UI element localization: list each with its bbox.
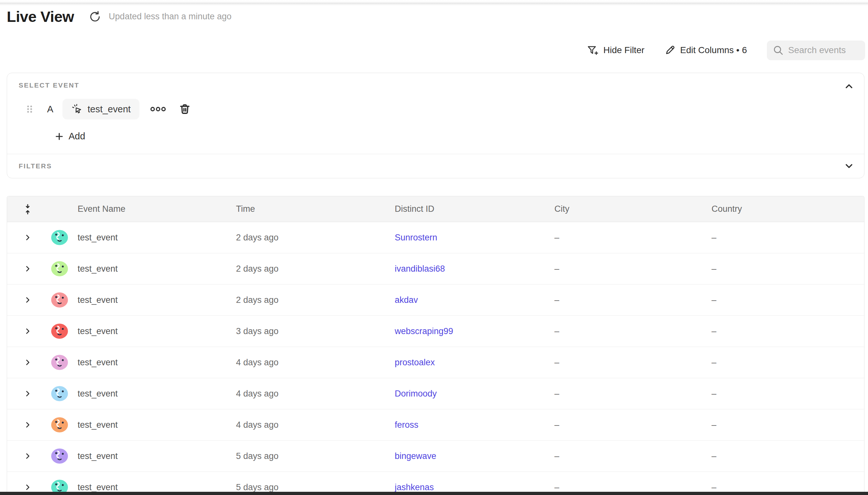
expand-row-icon[interactable] xyxy=(23,389,32,398)
time-cell: 4 days ago xyxy=(229,420,388,430)
table-row[interactable]: test_event 2 days ago akdav – – xyxy=(7,285,864,316)
country-cell: – xyxy=(705,389,864,399)
distinct-id-link[interactable]: prostoalex xyxy=(395,358,435,367)
collapse-rows-button[interactable] xyxy=(23,203,33,215)
table-row[interactable]: test_event 3 days ago webscraping99 – – xyxy=(7,316,864,347)
country-cell: – xyxy=(705,358,864,368)
page-header: Live View Updated less than a minute ago xyxy=(7,8,232,25)
distinct-id-link[interactable]: Sunrostern xyxy=(395,233,437,242)
delete-event-button[interactable] xyxy=(179,103,191,115)
expand-row-icon[interactable] xyxy=(23,483,32,492)
hide-filter-label: Hide Filter xyxy=(603,45,645,55)
table-row[interactable]: test_event 4 days ago Dorimoody – – xyxy=(7,378,864,409)
event-name-cell: test_event xyxy=(71,233,229,243)
expand-row-icon[interactable] xyxy=(23,327,32,335)
expand-row-icon[interactable] xyxy=(23,452,32,460)
click-cursor-icon xyxy=(71,103,83,115)
event-name-cell: test_event xyxy=(71,358,229,368)
expand-row-icon[interactable] xyxy=(23,358,32,366)
expand-filters-button[interactable] xyxy=(844,160,854,172)
collapse-section-button[interactable] xyxy=(844,81,854,92)
expand-row-icon[interactable] xyxy=(23,421,32,429)
select-event-label: SELECT EVENT xyxy=(19,82,864,89)
country-cell: – xyxy=(705,451,864,461)
event-row: A test_event xyxy=(7,99,864,119)
distinct-id-link[interactable]: akdav xyxy=(395,295,418,305)
country-cell: – xyxy=(705,264,864,274)
add-event-button[interactable]: Add xyxy=(54,131,85,142)
avatar xyxy=(51,322,69,340)
event-options-button[interactable] xyxy=(150,106,167,113)
filters-label: FILTERS xyxy=(19,162,52,170)
country-cell: – xyxy=(705,233,864,243)
time-cell: 2 days ago xyxy=(229,233,388,243)
toolbar: Hide Filter Edit Columns • 6 xyxy=(587,40,865,60)
event-name-cell: test_event xyxy=(71,420,229,430)
country-cell: – xyxy=(705,295,864,305)
distinct-id-link[interactable]: Dorimoody xyxy=(395,389,437,398)
event-name-cell: test_event xyxy=(71,295,229,305)
table-row[interactable]: test_event 2 days ago Sunrostern – – xyxy=(7,222,864,253)
collapse-rows-icon xyxy=(23,203,33,215)
filter-plus-icon xyxy=(587,45,598,56)
ellipsis-icon xyxy=(150,106,167,113)
avatar xyxy=(51,260,69,278)
table-row[interactable]: test_event 5 days ago bingewave – – xyxy=(7,441,864,472)
city-cell: – xyxy=(548,326,705,336)
edit-columns-label: Edit Columns • 6 xyxy=(680,45,747,55)
time-cell: 4 days ago xyxy=(229,389,388,399)
avatar xyxy=(51,353,69,371)
live-view-page: Live View Updated less than a minute ago… xyxy=(0,0,868,495)
time-cell: 5 days ago xyxy=(229,482,388,492)
expand-row-icon[interactable] xyxy=(23,296,32,304)
event-name-cell: test_event xyxy=(71,264,229,274)
expand-row-icon[interactable] xyxy=(23,233,32,242)
distinct-id-link[interactable]: jashkenas xyxy=(395,482,434,492)
event-name-cell: test_event xyxy=(71,389,229,399)
event-name-cell: test_event xyxy=(71,451,229,461)
page-title: Live View xyxy=(7,8,74,25)
top-edge-shadow xyxy=(0,0,868,6)
distinct-id-link[interactable]: feross xyxy=(395,420,419,430)
time-cell: 2 days ago xyxy=(229,295,388,305)
col-header-event-name: Event Name xyxy=(71,204,229,214)
table-row[interactable]: test_event 2 days ago ivandiblasi68 – – xyxy=(7,253,864,285)
col-header-distinct-id: Distinct ID xyxy=(388,204,548,214)
chevron-down-icon xyxy=(844,160,854,172)
drag-handle[interactable] xyxy=(26,104,33,114)
table-header-row: Event Name Time Distinct ID City Country xyxy=(7,196,864,222)
country-cell: – xyxy=(705,420,864,430)
avatar xyxy=(51,447,69,465)
hide-filter-button[interactable]: Hide Filter xyxy=(587,45,645,56)
time-cell: 4 days ago xyxy=(229,358,388,368)
distinct-id-link[interactable]: webscraping99 xyxy=(395,326,453,336)
search-box[interactable] xyxy=(767,40,865,60)
window-bottom-bar xyxy=(0,492,868,495)
col-header-time: Time xyxy=(229,204,388,214)
avatar xyxy=(51,291,69,309)
plus-icon xyxy=(54,131,64,142)
table-row[interactable]: test_event 4 days ago feross – – xyxy=(7,409,864,441)
expand-row-icon[interactable] xyxy=(23,264,32,273)
city-cell: – xyxy=(548,295,705,305)
edit-columns-button[interactable]: Edit Columns • 6 xyxy=(665,45,747,56)
chevron-up-icon xyxy=(844,81,854,92)
avatar xyxy=(51,228,69,246)
time-cell: 5 days ago xyxy=(229,451,388,461)
add-label: Add xyxy=(69,131,85,142)
city-cell: – xyxy=(548,264,705,274)
query-builder-card: SELECT EVENT A xyxy=(7,73,865,178)
table-row[interactable]: test_event 4 days ago prostoalex – – xyxy=(7,347,864,378)
refresh-button[interactable] xyxy=(88,10,102,23)
refresh-icon xyxy=(89,11,101,23)
distinct-id-link[interactable]: ivandiblasi68 xyxy=(395,264,445,274)
distinct-id-link[interactable]: bingewave xyxy=(395,451,436,461)
col-header-country: Country xyxy=(705,204,864,214)
avatar xyxy=(51,385,69,403)
country-cell: – xyxy=(705,482,864,492)
events-table: Event Name Time Distinct ID City Country… xyxy=(7,196,865,495)
search-input[interactable] xyxy=(788,45,864,55)
filters-section: FILTERS xyxy=(7,154,864,178)
event-select-chip[interactable]: test_event xyxy=(63,99,139,119)
city-cell: – xyxy=(548,451,705,461)
